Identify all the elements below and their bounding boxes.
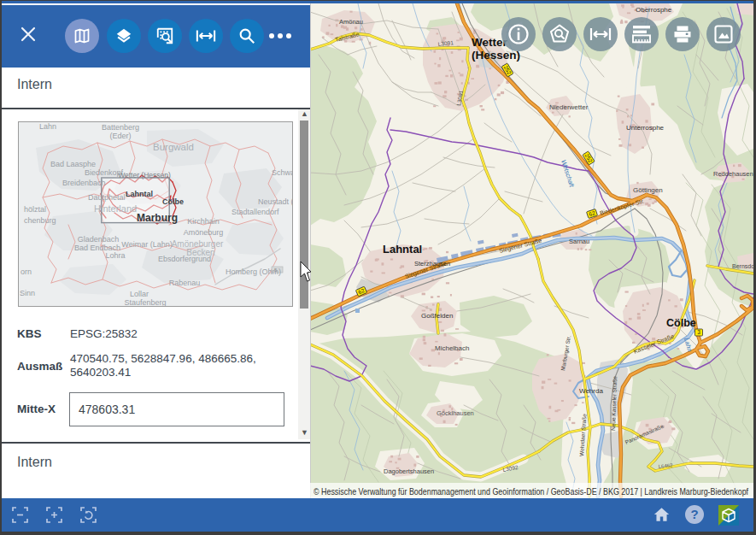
svg-text:Niederwetter: Niederwetter: [549, 103, 589, 111]
svg-text:Amönau: Amönau: [339, 18, 363, 26]
svg-text:Amöneburg: Amöneburg: [184, 228, 224, 237]
svg-text:Reddehausen: Reddehausen: [713, 170, 753, 178]
svg-text:Battenberg: Battenberg: [102, 123, 139, 132]
svg-text:Burgwald: Burgwald: [153, 142, 194, 152]
svg-text:Kirchhain: Kirchhain: [187, 217, 220, 226]
svg-text:orn: orn: [21, 268, 32, 276]
svg-text:Cölbe: Cölbe: [666, 317, 696, 329]
svg-text:Homberg (Ohm): Homberg (Ohm): [226, 268, 281, 276]
svg-text:Goßfelden: Goßfelden: [421, 312, 453, 320]
svg-text:Unterrosphe: Unterrosphe: [626, 124, 665, 132]
svg-text:Schwalm: Schwalm: [272, 168, 292, 177]
svg-text:Sarnau: Sarnau: [569, 238, 589, 245]
svg-text:Bad Laasphe: Bad Laasphe: [50, 160, 96, 168]
svg-text:Staufenberg: Staufenberg: [124, 298, 166, 306]
svg-text:Dautphetal: Dautphetal: [88, 193, 126, 202]
svg-text:Wehrda: Wehrda: [579, 387, 603, 395]
svg-text:Breidenbach: Breidenbach: [62, 179, 106, 187]
svg-text:hölztal: hölztal: [24, 205, 46, 214]
svg-text:Neustadt (Hessen: Neustadt (Hessen: [258, 197, 292, 206]
svg-text:Michelbach: Michelbach: [435, 344, 469, 352]
svg-text:Lahntal: Lahntal: [126, 190, 153, 198]
svg-text:(Hessen): (Hessen): [472, 49, 520, 62]
svg-text:Lahntal: Lahntal: [383, 243, 422, 256]
svg-text:Weimar (Lahn): Weimar (Lahn): [121, 240, 172, 249]
svg-text:Gladenbach: Gladenbach: [78, 235, 120, 244]
svg-text:Hinterland: Hinterland: [94, 203, 137, 214]
svg-text:Lollar: Lollar: [130, 290, 149, 298]
svg-text:Wetter (Hessen): Wetter (Hessen): [118, 171, 171, 179]
svg-text:Lohra: Lohra: [105, 251, 125, 260]
svg-text:Lahn: Lahn: [39, 122, 56, 131]
svg-text:Göcklhausen: Göcklhausen: [437, 409, 474, 417]
svg-text:Bernsdorf: Bernsdorf: [732, 263, 753, 269]
svg-text:Cölbe: Cölbe: [162, 197, 184, 206]
svg-text:Dagobertshausen: Dagobertshausen: [384, 467, 434, 475]
svg-text:Göttingen: Göttingen: [633, 186, 663, 194]
svg-text:Oberrosphe: Oberrosphe: [636, 6, 672, 14]
svg-text:3: 3: [697, 329, 700, 335]
svg-text:Stadtallendorf: Stadtallendorf: [231, 208, 279, 216]
svg-text:Sinn: Sinn: [20, 289, 35, 297]
svg-text:chenburg: chenburg: [24, 216, 56, 225]
svg-text:Ebsdorfergrund: Ebsdorfergrund: [158, 255, 211, 263]
svg-text:Rabenau: Rabenau: [169, 279, 201, 287]
svg-text:(Eder): (Eder): [109, 132, 131, 140]
svg-text:Marburg: Marburg: [137, 212, 178, 224]
